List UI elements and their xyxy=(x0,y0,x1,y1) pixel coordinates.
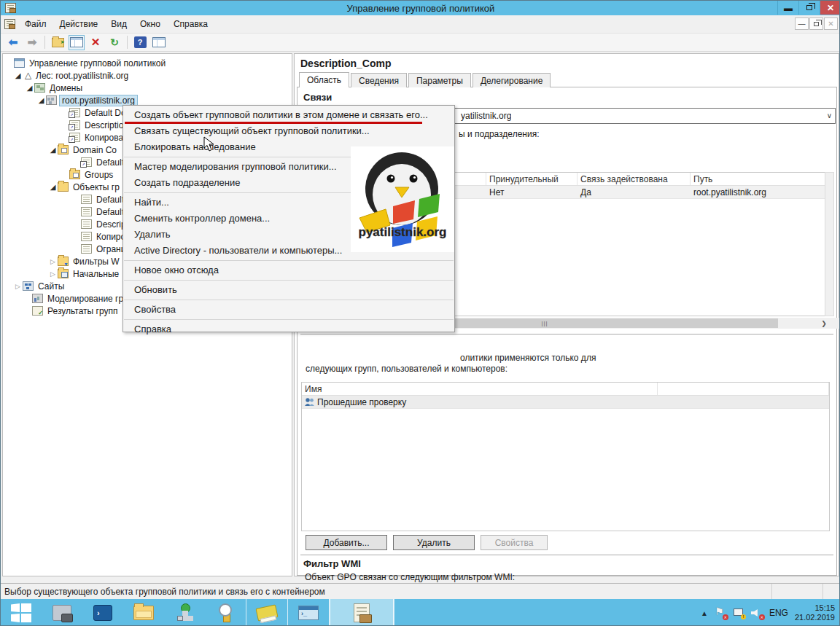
security-filtering-table: Имя Прошедшие проверку xyxy=(301,382,830,531)
child-restore-button[interactable] xyxy=(809,17,823,30)
folder-icon xyxy=(58,182,69,192)
tree-item-gpmc-root[interactable]: Управление групповой политикой xyxy=(3,57,292,69)
starter-gpo-icon xyxy=(58,269,69,278)
taskbar-clock[interactable]: 15:15 21.02.2019 xyxy=(795,603,835,622)
tray-time: 15:15 xyxy=(814,603,835,612)
gpmc-icon xyxy=(354,603,370,622)
remove-button[interactable]: Удалить xyxy=(393,535,475,550)
col-path[interactable]: Путь xyxy=(691,173,829,185)
taskbar-ad-users[interactable] xyxy=(164,599,205,626)
col-enforced[interactable]: Принудительный xyxy=(486,173,578,185)
expanded-twisty-icon[interactable]: ◢ xyxy=(36,96,46,104)
context-menu-item-properties[interactable]: Свойства xyxy=(123,302,454,318)
tab-delegation[interactable]: Делегирование xyxy=(472,73,551,87)
context-menu-item-refresh[interactable]: Обновить xyxy=(123,282,454,298)
menu-help[interactable]: Справка xyxy=(167,17,214,31)
col-name[interactable]: Имя xyxy=(302,383,658,395)
gpo-link-icon xyxy=(69,120,80,130)
expanded-twisty-icon[interactable]: ◢ xyxy=(13,71,23,79)
scroll-right-icon[interactable]: ❯ xyxy=(819,318,829,328)
menu-file[interactable]: Файл xyxy=(18,17,53,31)
back-icon[interactable]: ⬅ xyxy=(5,35,21,50)
volume-muted-icon[interactable] xyxy=(751,608,763,618)
collapsed-twisty-icon[interactable]: ▷ xyxy=(13,283,23,290)
window-title: Управление групповой политикой xyxy=(1,3,840,14)
tab-scope[interactable]: Область xyxy=(299,72,349,87)
clock-tool-icon xyxy=(217,603,233,622)
export-list-icon[interactable] xyxy=(50,35,66,50)
red-underline-annotation xyxy=(125,122,422,124)
expanded-twisty-icon[interactable]: ◢ xyxy=(25,84,34,92)
context-menu-item-link-existing-gpo[interactable]: Связать существующий объект групповой по… xyxy=(123,123,454,139)
mouse-cursor xyxy=(203,136,215,155)
taskbar-explorer[interactable] xyxy=(123,599,164,626)
restore-button[interactable] xyxy=(798,1,820,15)
context-menu-item-create-gpo[interactable]: Создать объект групповой политики в этом… xyxy=(123,107,454,123)
tray-expand-icon[interactable]: ▲ xyxy=(701,609,708,617)
tab-strip: Область Сведения Параметры Делегирование xyxy=(299,73,552,87)
tab-details[interactable]: Сведения xyxy=(351,73,407,87)
taskbar-help-book[interactable] xyxy=(246,599,287,626)
taskbar-gpmc-active[interactable] xyxy=(330,599,394,626)
show-console-tree-icon[interactable] xyxy=(69,35,85,50)
action-center-flag-icon[interactable] xyxy=(715,608,726,618)
status-bar: Выбор существующего объекта групповой по… xyxy=(1,583,840,599)
taskbar-powershell-ise[interactable] xyxy=(288,599,329,626)
col-link-enabled[interactable]: Связь задействована xyxy=(578,173,691,185)
links-section-title: Связи xyxy=(303,92,332,103)
ou-folder-icon xyxy=(69,170,80,179)
expanded-twisty-icon[interactable]: ◢ xyxy=(48,183,58,191)
collapsed-twisty-icon[interactable]: ▷ xyxy=(48,270,58,278)
users-icon xyxy=(304,397,315,407)
tree-item-forest[interactable]: ◢△Лес: root.pyatilistnik.org xyxy=(3,69,292,82)
powershell-icon: › xyxy=(93,605,112,621)
tree-item-domains[interactable]: ◢Домены xyxy=(3,82,292,94)
delete-icon[interactable]: ✕ xyxy=(88,35,104,50)
active-directory-icon xyxy=(176,603,193,622)
links-vertical-scrollbar[interactable] xyxy=(825,172,834,316)
network-warning-icon[interactable] xyxy=(733,608,744,618)
console-icon xyxy=(4,19,15,29)
gpo-icon xyxy=(81,195,92,204)
child-close-button[interactable]: ✕ xyxy=(824,17,838,30)
properties-button[interactable]: Свойства xyxy=(481,535,548,550)
minimize-button[interactable]: ▬ xyxy=(777,1,798,15)
collapsed-twisty-icon[interactable]: ▷ xyxy=(48,258,58,265)
system-tray: ▲ ENG 15:15 21.02.2019 xyxy=(701,599,840,626)
modeling-icon xyxy=(32,294,43,303)
forward-icon[interactable]: ➡ xyxy=(24,35,40,50)
gpo-link-icon xyxy=(69,133,80,142)
menu-action[interactable]: Действие xyxy=(53,17,105,31)
tab-settings[interactable]: Параметры xyxy=(408,73,471,87)
windows-logo-icon xyxy=(10,603,32,622)
taskbar-powershell[interactable]: › xyxy=(82,599,123,626)
gpmc-app-icon xyxy=(5,3,16,13)
context-menu-item-new-window[interactable]: Новое окно отсюда xyxy=(123,262,454,278)
start-button[interactable] xyxy=(1,599,42,626)
gpo-icon xyxy=(81,232,92,241)
powershell-window-icon xyxy=(298,606,319,620)
ou-folder-icon xyxy=(58,145,69,154)
menu-window[interactable]: Окно xyxy=(133,17,167,31)
sites-domains-label: ы и подразделения: xyxy=(459,129,539,139)
child-minimize-button[interactable]: — xyxy=(795,17,809,30)
list-item-authenticated-users[interactable]: Прошедшие проверку xyxy=(302,396,829,409)
taskbar-time-tool[interactable] xyxy=(205,599,246,626)
security-filtering-line2: следующих групп, пользователей и компьют… xyxy=(306,364,508,374)
help-icon[interactable]: ? xyxy=(132,35,148,50)
refresh-icon[interactable]: ↻ xyxy=(106,35,122,50)
close-button[interactable]: ✕ xyxy=(820,1,840,15)
add-button[interactable]: Добавить... xyxy=(306,535,387,550)
wmi-label: Объект GPO связан со следующим фильтром … xyxy=(305,572,515,582)
context-menu-item-help[interactable]: Справка xyxy=(123,321,454,337)
gpo-icon xyxy=(81,207,92,216)
language-indicator[interactable]: ENG xyxy=(769,608,788,618)
gpo-icon xyxy=(81,219,92,229)
menu-view[interactable]: Вид xyxy=(104,17,133,31)
expanded-twisty-icon[interactable]: ◢ xyxy=(48,146,58,154)
taskbar-server-manager[interactable] xyxy=(42,599,82,626)
taskbar: › ▲ ENG 15:15 21.02.2019 xyxy=(1,599,840,626)
status-text: Выбор существующего объекта групповой по… xyxy=(1,587,771,597)
gpo-link-icon xyxy=(69,108,80,117)
new-window-icon[interactable] xyxy=(151,35,167,50)
